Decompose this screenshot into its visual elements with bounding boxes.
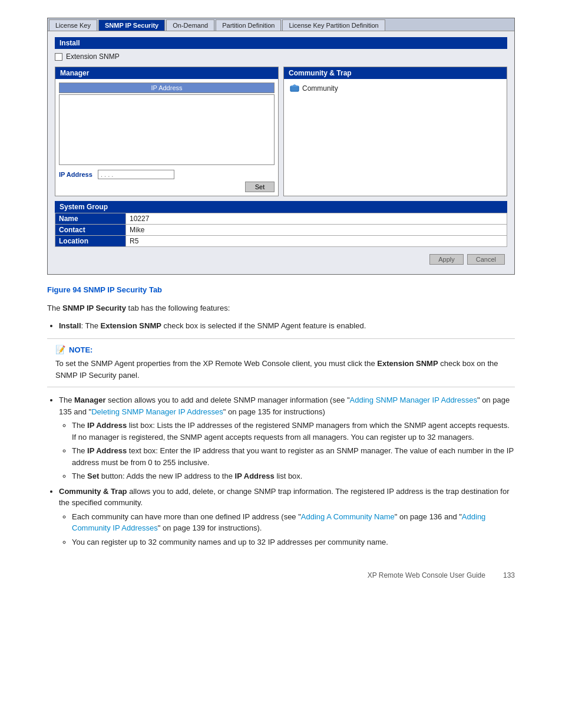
note-box: 📝 NOTE: To set the SNMP Agent properties… — [47, 338, 515, 387]
intro-text: The SNMP IP Security tab has the followi… — [47, 302, 515, 314]
tab-bar: License Key SNMP IP Security On-Demand P… — [48, 18, 514, 31]
link-adding-manager[interactable]: Adding SNMP Manager IP Addresses — [350, 396, 477, 404]
ip-address-label: IP Address — [59, 171, 94, 178]
bullet-install: Install: The Extension SNMP check box is… — [59, 320, 515, 332]
tab-snmp-ip-security[interactable]: SNMP IP Security — [98, 19, 165, 31]
system-group-table: Name 10227 Contact Mike Location R5 — [55, 213, 507, 247]
table-row: Location R5 — [55, 236, 507, 247]
svg-marker-1 — [290, 84, 299, 87]
panels-row: Manager IP Address IP Address Set Commun… — [55, 67, 507, 196]
community-label: Community — [302, 84, 338, 93]
snmp-dialog: License Key SNMP IP Security On-Demand P… — [47, 18, 515, 275]
dialog-content: Install Extension SNMP Manager IP Addres… — [48, 31, 514, 274]
button-row: Apply Cancel — [55, 252, 507, 267]
link-adding-community-ip[interactable]: Adding Community IP Addresses — [72, 512, 485, 533]
manager-sub-bullets: The IP Address list box: Lists the IP ad… — [72, 420, 515, 482]
main-bullet-list: Install: The Extension SNMP check box is… — [59, 320, 515, 332]
note-title: 📝 NOTE: — [55, 345, 507, 354]
community-icon — [290, 84, 299, 93]
manager-header: Manager — [55, 67, 278, 79]
link-deleting-manager[interactable]: Deleting SNMP Manager IP Addresses — [91, 407, 223, 416]
sub-bullet-community-limit: You can register up to 32 community name… — [72, 536, 515, 548]
note-title-text: NOTE: — [69, 345, 92, 354]
sub-bullet-ip-text: The IP Address text box: Enter the IP ad… — [72, 445, 515, 468]
footer-title: XP Remote Web Console User Guide — [368, 571, 485, 579]
svg-rect-0 — [290, 86, 299, 91]
community-trap-body: Community — [284, 79, 507, 98]
row-value: Mike — [126, 225, 507, 236]
remaining-bullets: The Manager section allows you to add an… — [59, 394, 515, 548]
set-button[interactable]: Set — [245, 182, 275, 192]
tab-on-demand[interactable]: On-Demand — [166, 19, 214, 31]
manager-panel: Manager IP Address IP Address Set — [55, 67, 279, 196]
community-trap-panel: Community & Trap Community — [283, 67, 507, 196]
extension-snmp-row: Extension SNMP — [55, 52, 507, 61]
sub-bullet-ip-list: The IP Address list box: Lists the IP ad… — [72, 420, 515, 443]
extension-snmp-label: Extension SNMP — [66, 52, 120, 61]
figure-caption: Figure 94 SNMP IP Security Tab — [47, 285, 515, 294]
note-icon: 📝 — [55, 345, 65, 354]
row-value: R5 — [126, 236, 507, 247]
footer-page: 133 — [503, 571, 515, 579]
tab-license-key-partition[interactable]: License Key Partition Definition — [282, 19, 385, 31]
page-footer: XP Remote Web Console User Guide 133 — [47, 571, 515, 579]
apply-button[interactable]: Apply — [429, 254, 464, 265]
cancel-button[interactable]: Cancel — [467, 254, 505, 265]
row-value: 10227 — [126, 213, 507, 225]
community-item[interactable]: Community — [287, 83, 503, 94]
tab-license-key[interactable]: License Key — [49, 19, 97, 31]
ip-column-header: IP Address — [59, 83, 275, 93]
bullet-manager: The Manager section allows you to add an… — [59, 394, 515, 482]
sub-bullet-set: The Set button: Adds the new IP address … — [72, 470, 515, 482]
extension-snmp-checkbox[interactable] — [55, 53, 62, 61]
ip-address-input[interactable] — [98, 170, 174, 179]
table-row: Contact Mike — [55, 225, 507, 236]
table-row: Name 10227 — [55, 213, 507, 225]
row-label: Name — [55, 213, 126, 225]
manager-body: IP Address IP Address Set — [55, 79, 278, 196]
row-label: Contact — [55, 225, 126, 236]
ip-address-row: IP Address — [59, 170, 275, 179]
link-adding-community-name[interactable]: Adding A Community Name — [301, 512, 395, 521]
install-header: Install — [55, 37, 507, 49]
note-body: To set the SNMP Agent properties from th… — [55, 358, 507, 381]
sub-bullet-community-name: Each community can have more than one de… — [72, 511, 515, 534]
tab-partition-definition[interactable]: Partition Definition — [216, 19, 281, 31]
community-sub-bullets: Each community can have more than one de… — [72, 511, 515, 548]
community-trap-header: Community & Trap — [284, 67, 507, 79]
bullet-community: Community & Trap allows you to add, dele… — [59, 486, 515, 548]
manager-ip-list[interactable] — [59, 94, 275, 165]
row-label: Location — [55, 236, 126, 247]
system-group-header: System Group — [55, 201, 507, 213]
